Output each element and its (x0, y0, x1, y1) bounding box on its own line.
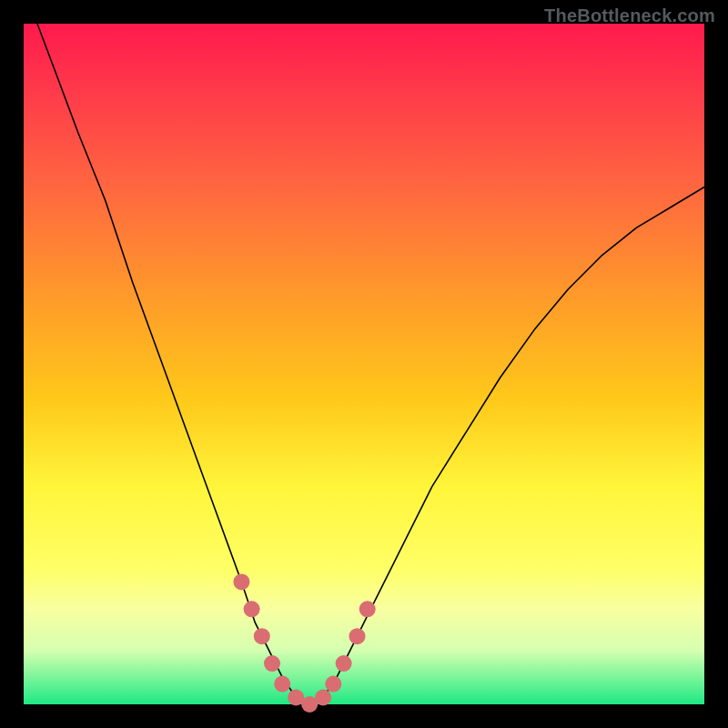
marker-point (325, 676, 341, 693)
plot-svg (24, 24, 704, 704)
marker-point (349, 628, 366, 644)
marker-point (336, 655, 352, 672)
marker-point (244, 601, 260, 617)
chart-canvas (24, 24, 704, 704)
highlighted-range-markers (233, 573, 375, 713)
marker-point (264, 655, 280, 672)
marker-point (233, 573, 249, 590)
marker-point (254, 628, 270, 644)
marker-point (359, 601, 376, 617)
marker-point (274, 676, 290, 693)
watermark-text: TheBottleneck.com (544, 5, 715, 26)
marker-point (315, 690, 331, 706)
